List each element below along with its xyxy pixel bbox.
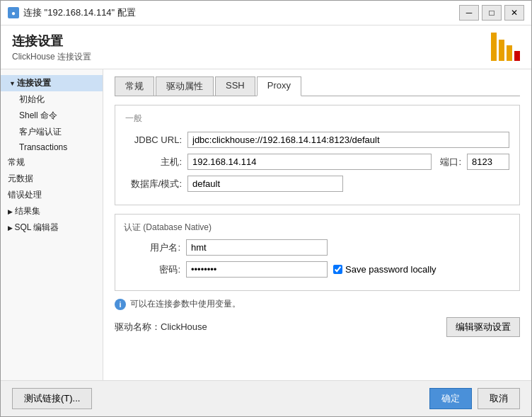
general-section: 一般 JDBC URL: 主机: 端口: 数据库/模式:: [115, 105, 520, 205]
sidebar-label: 客户端认证: [19, 127, 62, 137]
sidebar-label: Transactions: [19, 142, 67, 152]
close-button[interactable]: ✕: [504, 5, 524, 21]
username-input[interactable]: [186, 239, 328, 256]
bottom-bar: 测试链接(T)... 确定 取消: [1, 380, 531, 416]
sidebar-label: Shell 命令: [19, 110, 57, 120]
jdbc-row: JDBC URL:: [125, 132, 509, 148]
db-label: 数据库/模式:: [125, 178, 182, 190]
test-connection-button[interactable]: 测试链接(T)...: [12, 388, 92, 409]
db-row: 数据库/模式:: [125, 176, 509, 192]
save-password-row: Save password locally: [333, 264, 436, 275]
sidebar-label: SQL 编辑器: [15, 222, 59, 232]
window-title: 连接 "192.168.14.114" 配置: [23, 6, 136, 19]
minimize-button[interactable]: ─: [459, 5, 479, 21]
tab-ssh[interactable]: SSH: [215, 76, 255, 96]
auth-section-title: 认证 (Database Native): [124, 222, 511, 234]
sidebar-item-metadata[interactable]: 元数据: [1, 171, 103, 187]
host-row: 主机: 端口:: [125, 154, 509, 170]
tab-driver-props[interactable]: 驱动属性: [156, 76, 214, 96]
jdbc-label: JDBC URL:: [125, 135, 182, 145]
dialog-body: 连接设置 初始化 Shell 命令 客户端认证 Transactions 常规 …: [1, 69, 531, 380]
sidebar-label: 错误处理: [8, 190, 42, 200]
dialog-subtitle: ClickHouse 连接设置: [12, 51, 91, 63]
bottom-left: 测试链接(T)...: [12, 388, 92, 409]
info-text: 可以在连接参数中使用变量。: [130, 298, 241, 310]
auth-section: 认证 (Database Native) 用户名: 密码: Save passw…: [115, 214, 520, 291]
sidebar-label: 初始化: [19, 94, 45, 104]
app-icon: ●: [8, 7, 19, 18]
title-bar-left: ● 连接 "192.168.14.114" 配置: [8, 6, 136, 19]
host-label: 主机:: [125, 156, 182, 168]
sidebar-item-sql-editor[interactable]: SQL 编辑器: [1, 219, 103, 236]
sidebar-label: 元数据: [8, 173, 33, 183]
sidebar-item-init[interactable]: 初始化: [1, 91, 103, 108]
save-password-label: Save password locally: [345, 264, 436, 275]
tab-bar: 常规 驱动属性 SSH Proxy: [115, 76, 520, 96]
sidebar-item-client-auth[interactable]: 客户端认证: [1, 124, 103, 140]
logo-bar-3: [507, 45, 512, 61]
cancel-button[interactable]: 取消: [478, 388, 520, 409]
password-label: 密码:: [124, 263, 180, 276]
password-input[interactable]: [186, 261, 328, 278]
edit-driver-button[interactable]: 编辑驱动设置: [446, 317, 520, 337]
driver-label: 驱动名称：ClickHouse: [115, 321, 207, 333]
window-controls: ─ □ ✕: [459, 5, 524, 21]
sidebar-label: 连接设置: [17, 78, 51, 88]
port-label: 端口:: [440, 156, 461, 168]
db-input[interactable]: [187, 176, 343, 192]
logo-bar-2: [499, 40, 504, 61]
logo-bar-1: [491, 33, 497, 61]
general-section-title: 一般: [125, 113, 509, 125]
header-text: 连接设置 ClickHouse 连接设置: [12, 33, 91, 63]
sidebar-item-result-set[interactable]: 结果集: [1, 203, 103, 219]
logo-bars: [491, 33, 520, 61]
maximize-button[interactable]: □: [482, 5, 502, 21]
ok-button[interactable]: 确定: [429, 388, 472, 409]
dialog-title: 连接设置: [12, 33, 91, 50]
sidebar: 连接设置 初始化 Shell 命令 客户端认证 Transactions 常规 …: [1, 69, 103, 380]
sidebar-item-error-handling[interactable]: 错误处理: [1, 187, 103, 203]
tab-general[interactable]: 常规: [115, 76, 154, 96]
info-icon: i: [115, 299, 126, 310]
port-input[interactable]: [467, 154, 509, 170]
title-bar: ● 连接 "192.168.14.114" 配置 ─ □ ✕: [1, 1, 531, 25]
content-panel: 常规 驱动属性 SSH Proxy 一般 JDBC URL:: [103, 69, 531, 380]
jdbc-input[interactable]: [187, 132, 509, 148]
username-row: 用户名:: [124, 239, 511, 256]
bottom-right: 确定 取消: [429, 388, 520, 409]
sidebar-label: 结果集: [15, 206, 40, 216]
host-input[interactable]: [187, 154, 432, 170]
tab-proxy[interactable]: Proxy: [257, 76, 301, 96]
sidebar-item-shell-cmd[interactable]: Shell 命令: [1, 108, 103, 124]
sidebar-item-connection-settings[interactable]: 连接设置: [1, 75, 103, 91]
sidebar-item-general[interactable]: 常规: [1, 154, 103, 171]
save-password-checkbox[interactable]: [333, 265, 342, 274]
username-label: 用户名:: [124, 241, 180, 254]
logo-bar-4: [514, 51, 520, 61]
info-row: i 可以在连接参数中使用变量。: [115, 298, 520, 310]
sidebar-item-transactions[interactable]: Transactions: [1, 140, 103, 154]
dialog-header: 连接设置 ClickHouse 连接设置: [1, 25, 531, 69]
sidebar-label: 常规: [8, 157, 25, 167]
driver-row: 驱动名称：ClickHouse 编辑驱动设置: [115, 317, 520, 337]
password-row: 密码: Save password locally: [124, 261, 511, 278]
main-window: ● 连接 "192.168.14.114" 配置 ─ □ ✕ 连接设置 Clic…: [0, 0, 532, 417]
